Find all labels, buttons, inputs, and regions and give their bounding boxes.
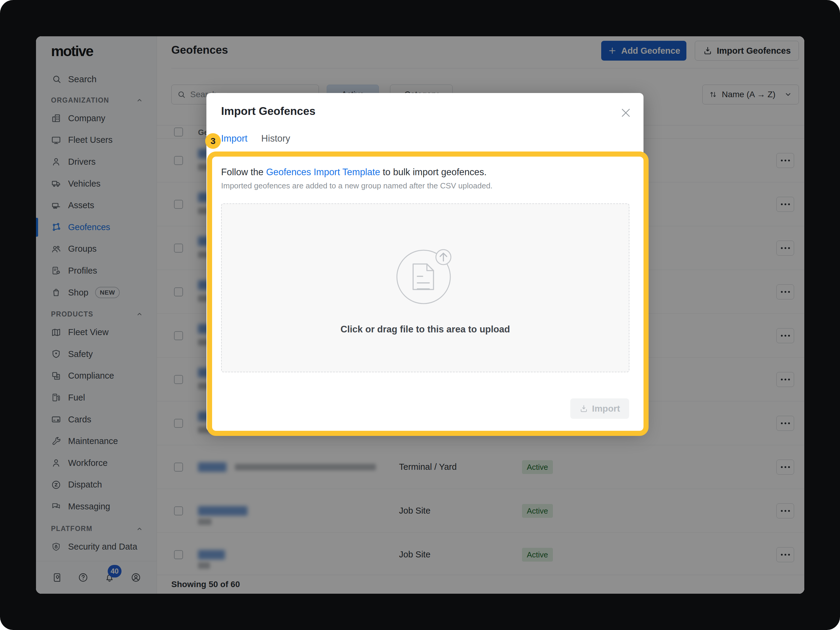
tab-history[interactable]: History <box>261 133 290 144</box>
close-icon[interactable] <box>619 106 632 119</box>
modal-note: Imported geofences are added to a new gr… <box>221 181 493 191</box>
modal-title: Import Geofences <box>221 105 316 118</box>
geofences-import-template-link[interactable]: Geofences Import Template <box>266 167 380 177</box>
modal-import-button[interactable]: Import <box>570 398 629 419</box>
modal-tabs: Import History <box>221 133 290 144</box>
dropzone-caption: Click or drag file to this area to uploa… <box>222 324 629 335</box>
tab-import[interactable]: Import <box>221 133 248 144</box>
file-upload-dropzone[interactable]: Click or drag file to this area to uploa… <box>221 204 629 372</box>
upload-document-icon <box>392 240 456 305</box>
tutorial-step-badge: 3 <box>205 133 221 149</box>
modal-instructions: Follow the Geofences Import Template to … <box>221 167 486 178</box>
screenshot-canvas: motive Search ORGANIZATIONCompanyFleet U… <box>0 0 840 630</box>
import-tray-icon <box>579 404 588 413</box>
import-geofences-modal: Import Geofences Import History Follow t… <box>207 93 644 431</box>
app-window: motive Search ORGANIZATIONCompanyFleet U… <box>36 36 804 594</box>
